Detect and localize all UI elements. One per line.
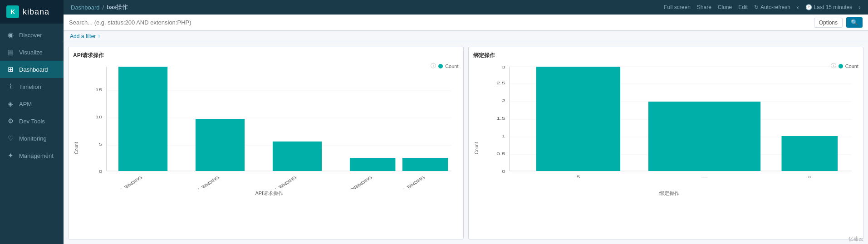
chart2-legend-icon[interactable]: ⓘ: [831, 62, 836, 70]
search-input[interactable]: [69, 19, 810, 26]
chart2-svg-wrap: Count 0 0.5 1 1.5: [473, 62, 859, 234]
svg-text:2: 2: [501, 98, 505, 103]
breadcrumb-link[interactable]: Dashboard: [71, 4, 100, 11]
sidebar-item-apm-label: APM: [19, 101, 32, 107]
dashboard-area: API请求操作 ⓘ Count Count 0: [64, 42, 868, 244]
logo-text: kibana: [23, 7, 49, 17]
svg-text:0.5: 0.5: [496, 151, 505, 156]
bar2-2: [648, 102, 760, 171]
svg-text:AXB_BINDING: AXB_BINDING: [113, 176, 144, 189]
refresh-icon: ↻: [754, 4, 759, 10]
clock-icon: 🕐: [805, 4, 812, 10]
search-submit-button[interactable]: 🔍: [846, 17, 863, 28]
time-prev-arrow[interactable]: ‹: [797, 4, 799, 11]
svg-text:AXB_UNBINDING: AXB_UNBINDING: [337, 176, 374, 189]
svg-text:AXYB_BINDING: AXYB_BINDING: [393, 176, 427, 189]
svg-text:5: 5: [576, 175, 580, 179]
sidebar-item-visualize[interactable]: ▤ Visualize: [0, 44, 64, 61]
svg-text:3: 3: [501, 65, 505, 69]
chart1-area: ⓘ Count Count 0 5: [73, 62, 459, 234]
chart1-inner: 0 5 10 15: [80, 62, 459, 234]
breadcrumb-current: bas操作: [107, 3, 128, 11]
logo-area: K kibana: [0, 0, 64, 24]
svg-text:5: 5: [99, 142, 103, 146]
sidebar-item-discover[interactable]: ◉ Discover: [0, 26, 64, 44]
chart-panel-2: 绑定操作 ⓘ Count Count 0: [468, 47, 864, 239]
topbar-actions: Full screen Share Clone Edit ↻ Auto-refr…: [664, 4, 861, 11]
breadcrumb: Dashboard / bas操作: [71, 3, 128, 11]
bar2-1: [536, 67, 620, 171]
sidebar-item-timelion-label: Timelion: [19, 83, 41, 90]
chart1-y-label: Count: [73, 62, 80, 234]
sidebar-item-dashboard-label: Dashboard: [19, 66, 48, 73]
sidebar: K kibana ◉ Discover ▤ Visualize ⊞ Dashbo…: [0, 0, 64, 244]
searchbar: Options 🔍: [64, 15, 868, 31]
breadcrumb-separator: /: [103, 4, 104, 11]
chart2-svg: 0 0.5 1 1.5 2 2.5 3: [480, 62, 859, 189]
bar2-3: [781, 136, 838, 171]
fullscreen-button[interactable]: Full screen: [664, 4, 691, 10]
edit-button[interactable]: Edit: [738, 4, 748, 10]
chart1-title: API请求操作: [73, 52, 459, 59]
management-icon: ✦: [6, 151, 15, 160]
chart2-y-label: Count: [473, 62, 480, 234]
sidebar-item-dashboard[interactable]: ⊞ Dashboard: [0, 61, 64, 78]
svg-text:0: 0: [99, 169, 103, 174]
svg-text:AX_BINDING: AX_BINDING: [270, 176, 298, 189]
bar1-3: [273, 142, 322, 171]
bar1-2: [196, 119, 245, 171]
apm-icon: ◈: [6, 100, 15, 108]
chart-panel-1: API请求操作 ⓘ Count Count 0: [68, 47, 464, 239]
chart2-x-label: 绑定操作: [480, 190, 859, 197]
sidebar-item-management-label: Management: [19, 152, 54, 159]
visualize-icon: ▤: [6, 48, 15, 56]
bar1-5: [402, 158, 448, 171]
clone-button[interactable]: Clone: [718, 4, 732, 10]
svg-text:1: 1: [501, 134, 505, 138]
sidebar-item-apm[interactable]: ◈ APM: [0, 95, 64, 112]
sidebar-item-management[interactable]: ✦ Management: [0, 147, 64, 164]
chart1-legend-icon[interactable]: ⓘ: [431, 62, 436, 70]
svg-text:1.5: 1.5: [496, 116, 505, 121]
main-content: Dashboard / bas操作 Full screen Share Clon…: [64, 0, 868, 244]
footer-watermark: 亿速云: [848, 235, 863, 242]
discover-icon: ◉: [6, 31, 15, 39]
chart1-svg-wrap: Count 0 5 10 15: [73, 62, 459, 234]
chart1-svg: 0 5 10 15: [80, 62, 459, 189]
search-icon: 🔍: [851, 19, 858, 26]
chart2-legend: ⓘ Count: [831, 62, 858, 70]
svg-text:—: —: [701, 175, 707, 179]
svg-text:15: 15: [95, 88, 103, 92]
autorefresh-button[interactable]: ↻ Auto-refresh: [754, 4, 790, 10]
svg-text:2.5: 2.5: [496, 81, 505, 85]
chart1-x-label: API请求操作: [80, 190, 459, 197]
time-next-arrow[interactable]: ›: [858, 4, 861, 11]
sidebar-item-monitoring-label: Monitoring: [19, 135, 47, 142]
last-time-button[interactable]: 🕐 Last 15 minutes: [805, 4, 853, 10]
bar1-1: [118, 67, 167, 171]
svg-text:0: 0: [501, 169, 505, 174]
devtools-icon: ⚙: [6, 117, 15, 125]
sidebar-item-visualize-label: Visualize: [19, 49, 43, 56]
chart2-legend-label: Count: [845, 63, 858, 69]
sidebar-item-timelion[interactable]: ⌇ Timelion: [0, 78, 64, 95]
svg-text:○: ○: [808, 175, 811, 179]
sidebar-item-monitoring[interactable]: ♡ Monitoring: [0, 130, 64, 147]
sidebar-item-discover-label: Discover: [19, 32, 42, 39]
options-button[interactable]: Options: [814, 18, 843, 28]
chart2-area: ⓘ Count Count 0 0.5: [473, 62, 859, 234]
chart2-title: 绑定操作: [473, 52, 859, 59]
topbar: Dashboard / bas操作 Full screen Share Clon…: [64, 0, 868, 15]
svg-text:AXX_BINDING: AXX_BINDING: [190, 176, 221, 189]
bar1-4: [350, 158, 395, 171]
chart1-legend-label: Count: [445, 63, 458, 69]
sidebar-item-devtools-label: Dev Tools: [19, 118, 45, 125]
timelion-icon: ⌇: [6, 83, 15, 91]
svg-text:10: 10: [95, 115, 103, 119]
add-filter-button[interactable]: Add a filter +: [70, 33, 101, 39]
sidebar-item-devtools[interactable]: ⚙ Dev Tools: [0, 112, 64, 130]
monitoring-icon: ♡: [6, 134, 15, 142]
chart1-legend-dot: [438, 64, 443, 68]
sidebar-nav: ◉ Discover ▤ Visualize ⊞ Dashboard ⌇ Tim…: [0, 24, 64, 244]
share-button[interactable]: Share: [697, 4, 711, 10]
